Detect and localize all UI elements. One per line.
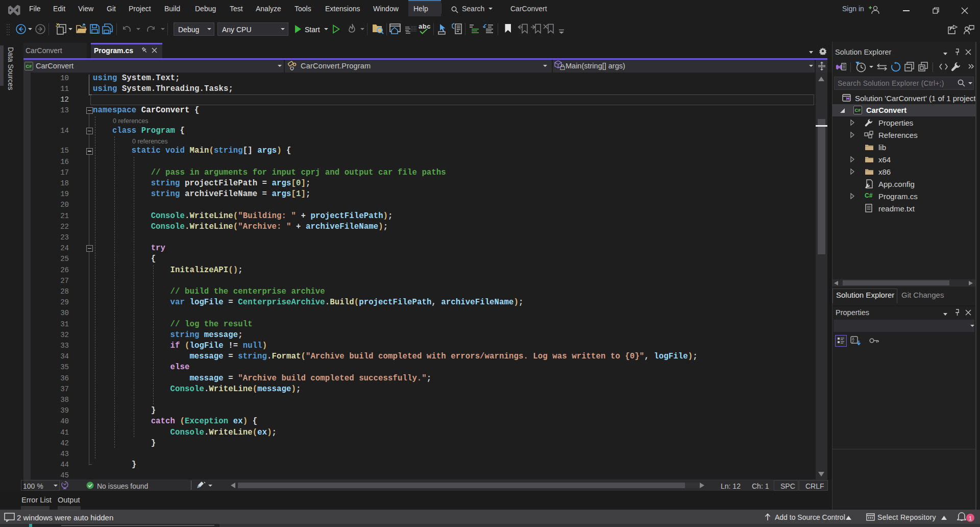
svg-text:Z: Z xyxy=(852,340,854,344)
